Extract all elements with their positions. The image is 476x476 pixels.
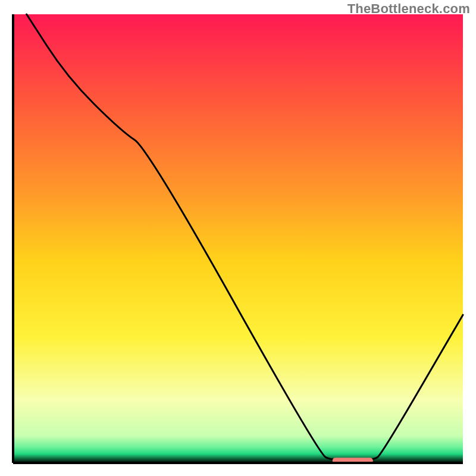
plot-background: [13, 14, 463, 463]
chart-svg: [0, 0, 476, 476]
watermark-label: TheBottleneck.com: [347, 1, 470, 17]
chart-canvas: TheBottleneck.com: [0, 0, 476, 476]
